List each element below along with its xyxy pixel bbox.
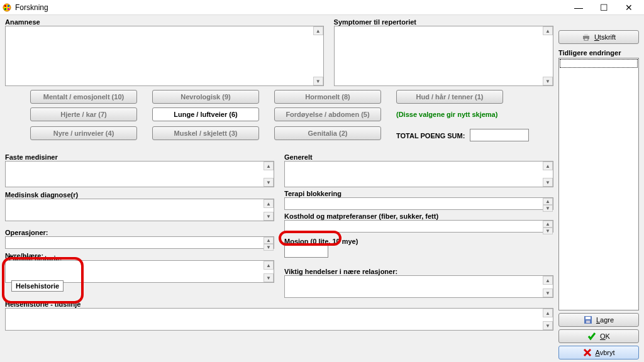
mosjon-input[interactable]: [284, 245, 328, 258]
app-icon: [3, 3, 11, 12]
nytt-skjema-note: (Disse valgene gir nytt skjema): [396, 111, 503, 118]
scroll-up-icon[interactable]: ▲: [264, 237, 274, 244]
svg-rect-3: [4, 8, 6, 10]
symptomer-textarea[interactable]: [335, 26, 543, 84]
medisinsk-diagnose-label: Medisinsk diagnose(r): [5, 191, 274, 199]
lagre-button[interactable]: Lagre: [558, 313, 639, 327]
mosjon-label: Mosjon (0 lite, 10 mye): [284, 238, 553, 245]
utskrift-button[interactable]: Utskrift: [558, 30, 639, 44]
cancel-icon: [583, 348, 592, 357]
svg-rect-9: [586, 317, 591, 319]
operasjoner-label: Operasjoner:: [5, 229, 274, 236]
scroll-down-icon[interactable]: ▼: [264, 244, 274, 251]
window-minimize[interactable]: —: [566, 0, 591, 15]
viktig-hendelser-label: Viktig hendelser i nære relasjoner:: [284, 268, 553, 275]
save-icon: [584, 315, 592, 324]
symptomer-textarea-wrap: ▲▼: [334, 26, 553, 86]
scroll-down-icon[interactable]: ▼: [543, 288, 553, 297]
scroll-down-icon[interactable]: ▼: [543, 321, 553, 330]
helsehistorie-tooltip: Helsehistorie: [11, 280, 64, 292]
terapi-blokkering-textarea[interactable]: [285, 198, 543, 208]
cat-muskel-button[interactable]: Muskel / skjelett (3): [152, 126, 259, 140]
scroll-up-icon[interactable]: ▲: [264, 162, 274, 170]
cat-hud-button[interactable]: Hud / hår / tenner (1): [396, 90, 503, 104]
total-poeng-input[interactable]: [470, 129, 529, 141]
scroll-down-icon[interactable]: ▼: [264, 178, 274, 187]
utskrift-label: Utskrift: [594, 33, 616, 41]
scroll-down-icon[interactable]: ▼: [264, 212, 274, 221]
lagre-label: Lagre: [596, 316, 614, 324]
anamnese-label: Anamnese: [5, 18, 324, 26]
svg-rect-10: [586, 321, 590, 323]
faste-medisiner-textarea[interactable]: [6, 162, 264, 185]
scroll-down-icon[interactable]: ▼: [543, 205, 553, 212]
svg-rect-4: [8, 8, 9, 10]
scroll-down-icon[interactable]: ▼: [543, 228, 553, 234]
ok-button[interactable]: OK: [558, 329, 639, 343]
avbryt-button[interactable]: Avbryt: [558, 346, 639, 359]
svg-rect-6: [584, 34, 588, 36]
ok-label: OK: [600, 332, 610, 340]
scroll-up-icon[interactable]: ▲: [543, 221, 553, 228]
anamnese-textarea-wrap: ▲▼: [5, 26, 324, 86]
printer-icon: [582, 33, 591, 41]
cat-genitalia-button[interactable]: Genitalia (2): [274, 126, 381, 140]
generelt-textarea[interactable]: [285, 162, 543, 185]
cat-nevrologisk-button[interactable]: Nevrologisk (9): [152, 90, 259, 104]
generelt-label: Generelt: [284, 153, 553, 161]
faste-medisiner-label: Faste medisiner: [5, 153, 274, 161]
operasjoner-textarea[interactable]: [6, 237, 264, 247]
svg-rect-1: [4, 5, 6, 7]
cat-fordoyelse-button[interactable]: Fordøyelse / abdomen (5): [274, 107, 381, 121]
scroll-down-icon[interactable]: ▼: [543, 77, 553, 85]
scroll-down-icon[interactable]: ▼: [313, 77, 323, 85]
terapi-blokkering-label: Terapi blokkering: [284, 190, 553, 197]
helsehistorie-tidslinje-label: Helsehistorie - tidslinje: [5, 300, 553, 308]
cat-hormonelt-button[interactable]: Hormonelt (8): [274, 90, 381, 104]
scroll-up-icon[interactable]: ▲: [543, 198, 553, 205]
anamnese-textarea[interactable]: [6, 26, 313, 84]
svg-rect-2: [8, 5, 9, 7]
window-maximize[interactable]: ☐: [591, 0, 616, 15]
scroll-up-icon[interactable]: ▲: [543, 26, 553, 35]
scroll-up-icon[interactable]: ▲: [543, 309, 553, 317]
window-title: Forskning: [15, 3, 566, 12]
scroll-up-icon[interactable]: ▲: [264, 261, 274, 270]
helsehistorie-tidslinje-textarea[interactable]: [6, 309, 543, 329]
total-poeng-label: TOTAL POENG SUM:: [396, 132, 465, 140]
medisinsk-diagnose-textarea[interactable]: [6, 199, 264, 219]
cat-hjerte-button[interactable]: Hjerte / kar (7): [30, 107, 137, 121]
familie-historie-textarea[interactable]: [6, 261, 264, 281]
window-close[interactable]: ✕: [616, 0, 641, 15]
symptomer-label: Symptomer til repertoriet: [334, 18, 553, 26]
scroll-up-icon[interactable]: ▲: [264, 199, 274, 208]
cat-nyre-button[interactable]: Nyre / urinveier (4): [30, 126, 137, 140]
tidligere-endringer-listbox[interactable]: [558, 58, 639, 310]
scroll-up-icon[interactable]: ▲: [543, 162, 553, 170]
window-titlebar: Forskning — ☐ ✕: [0, 0, 644, 15]
avbryt-label: Avbryt: [596, 349, 615, 356]
kosthold-textarea[interactable]: [285, 221, 543, 231]
scroll-up-icon[interactable]: ▲: [543, 276, 553, 285]
kosthold-label: Kosthold og matpreferanser (fiber, sukke…: [284, 212, 553, 220]
check-icon: [587, 332, 596, 341]
svg-point-0: [3, 4, 11, 11]
svg-rect-7: [584, 38, 588, 40]
tidligere-endringer-label: Tidligere endringer: [558, 49, 639, 57]
viktig-hendelser-textarea[interactable]: [285, 276, 543, 296]
cat-lunge-button[interactable]: Lunge / luftveier (6): [152, 107, 259, 121]
scroll-down-icon[interactable]: ▼: [264, 273, 274, 282]
scroll-down-icon[interactable]: ▼: [543, 178, 553, 187]
scroll-up-icon[interactable]: ▲: [313, 26, 323, 35]
cat-mentalt-button[interactable]: Mentalt / emosjonelt (10): [30, 90, 137, 104]
